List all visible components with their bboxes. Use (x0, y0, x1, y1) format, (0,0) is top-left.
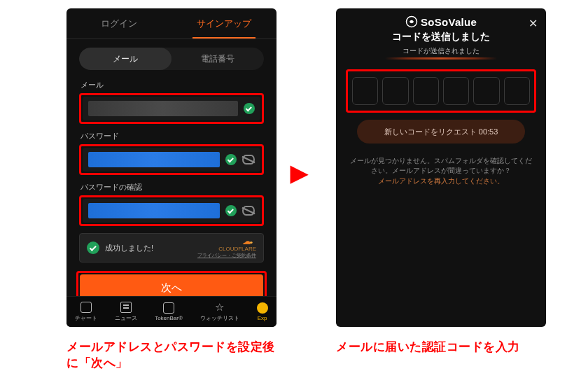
password-input[interactable] (88, 152, 220, 167)
code-input-1[interactable] (352, 77, 378, 105)
highlight-password-field (79, 144, 264, 175)
cloudflare-badge: CLOUDFLARE プライバシー・ご契約条件 (197, 237, 256, 258)
nav-watch-label: ウォッチリスト (200, 314, 239, 322)
nav-news-label: ニュース (115, 314, 137, 322)
captcha-status-text: 成功しました! (105, 243, 153, 253)
nav-exp[interactable]: Exp (257, 302, 268, 321)
auth-tabs: ログイン サインアップ (66, 8, 276, 39)
help-text: メールが見つかりません。スパムフォルダを確認してください。メールアドレスが間違っ… (350, 156, 532, 186)
chart-icon (80, 302, 92, 313)
verify-title: コードを送信しました (347, 31, 535, 43)
help-line-1: メールが見つかりません。スパムフォルダを確認してください。メールアドレスが間違っ… (350, 156, 532, 176)
verify-phone-screenshot: SoSoValue ✕ コードを送信しました コードが送信されました 新しいコー… (336, 8, 546, 327)
password-field-label: パスワード (80, 131, 264, 141)
tab-login[interactable]: ログイン (66, 8, 172, 38)
valid-check-icon (225, 154, 237, 165)
confirm-password-field-label: パスワードの確認 (80, 182, 264, 192)
nav-exp-label: Exp (258, 315, 267, 321)
bottom-nav: チャート ニュース TokenBar® ☆ ウォッチリスト Exp (66, 296, 276, 327)
caption-right: メールに届いた認証コードを入力 (336, 340, 560, 356)
exp-icon (257, 302, 268, 314)
code-input-4[interactable] (443, 77, 469, 105)
valid-check-icon (244, 103, 255, 114)
flow-arrow-icon: ▶ (290, 160, 308, 186)
news-icon (120, 302, 132, 313)
segment-mail[interactable]: メール (79, 48, 172, 70)
confirm-password-input[interactable] (88, 203, 220, 218)
close-icon[interactable]: ✕ (528, 17, 538, 30)
captcha-widget: 成功しました! CLOUDFLARE プライバシー・ご契約条件 (79, 233, 264, 262)
toggle-visibility-icon[interactable] (242, 155, 255, 164)
caption-left: メールアドレスとパスワードを設定後に「次へ」 (66, 340, 284, 372)
nav-tokenbar-label: TokenBar® (155, 315, 183, 321)
highlight-code-boxes (346, 69, 536, 113)
request-new-code-button[interactable]: 新しいコードをリクエスト 00:53 (357, 120, 525, 144)
verify-subtitle: コードが送信されました (347, 46, 535, 56)
nav-chart[interactable]: チャート (75, 302, 97, 322)
signup-method-segment: メール 電話番号 (66, 39, 276, 73)
nav-news[interactable]: ニュース (115, 302, 137, 322)
redacted-email-bar (385, 57, 497, 59)
signup-phone-screenshot: ログイン サインアップ メール 電話番号 メール パスワード パスワードの確認 (66, 8, 276, 327)
code-input-5[interactable] (473, 77, 499, 105)
segment-phone[interactable]: 電話番号 (172, 48, 264, 70)
star-icon: ☆ (214, 302, 225, 313)
nav-watchlist[interactable]: ☆ ウォッチリスト (200, 302, 239, 322)
brand-logo: SoSoValue (347, 15, 535, 28)
code-input-6[interactable] (504, 77, 530, 105)
toggle-visibility-icon[interactable] (242, 206, 255, 216)
captcha-success-icon (87, 241, 99, 254)
code-input-2[interactable] (382, 77, 408, 105)
nav-tokenbar[interactable]: TokenBar® (155, 302, 183, 321)
highlight-mail-field (79, 93, 264, 124)
mail-input[interactable] (88, 101, 238, 116)
tokenbar-icon (163, 302, 174, 314)
highlight-confirm-field (79, 195, 264, 226)
reenter-email-link[interactable]: メールアドレスを再入力してください。 (350, 176, 532, 186)
tab-signup[interactable]: サインアップ (172, 8, 276, 38)
mail-field-label: メール (80, 80, 264, 90)
valid-check-icon (225, 205, 237, 216)
code-input-3[interactable] (413, 77, 439, 105)
nav-chart-label: チャート (75, 314, 97, 322)
brand-name: SoSoValue (421, 16, 477, 28)
